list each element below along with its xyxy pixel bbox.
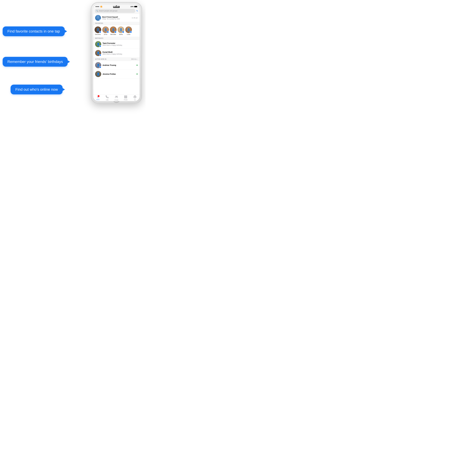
- compose-icon[interactable]: ✎: [136, 10, 138, 12]
- messenger-badge-astha: [122, 31, 124, 33]
- group-info: Best Friend Squad! Shep: So excited for …: [102, 16, 130, 20]
- avatar-zeev: [102, 26, 109, 33]
- fav-name-louis: Louis: [127, 33, 130, 35]
- phone-device: 📶 12:00 PM 100% 🔍 Search people and grou…: [91, 3, 142, 103]
- svg-point-1: [117, 96, 118, 97]
- fav-name-meredith: Meredith: [110, 33, 116, 35]
- groups-tab-label: Groups: [114, 99, 119, 101]
- fav-name-demetric: Demetric: [95, 33, 101, 35]
- active-now-header: ACTIVE NOW (8) SEE ALL ›: [93, 58, 139, 61]
- kunal-name: Kunal Modi: [102, 51, 138, 53]
- scroll-content: Best Friend Squad! Shep: So excited for …: [93, 14, 139, 94]
- tami-name: Tami Forrester: [102, 42, 138, 44]
- people-tab-icon: [124, 96, 127, 99]
- active-row-jessica[interactable]: Jessica Freitas: [93, 70, 139, 79]
- groups-tab-icon: [115, 96, 118, 99]
- group-chat-row[interactable]: Best Friend Squad! Shep: So excited for …: [93, 14, 139, 22]
- search-placeholder: Search people and groups: [99, 10, 118, 12]
- group-time: 11:45 am: [132, 17, 138, 19]
- callout-3-text: Find out who's online now: [15, 87, 58, 92]
- favorites-label: FAVORITES: [95, 23, 103, 24]
- signal-dot-1: [96, 6, 96, 7]
- favorites-header: FAVORITES: [93, 22, 139, 25]
- callout-bubble-1: Find favorite contacts in one tap: [3, 26, 65, 36]
- home-tab-badge-container: ⌂ 1: [97, 96, 99, 99]
- avatar-jessica: [95, 71, 101, 77]
- avatar-astha: [118, 26, 124, 33]
- group-sub: Shep: So excited for this!: [102, 18, 130, 20]
- messenger-badge: [99, 19, 101, 21]
- svg-point-5: [135, 96, 135, 97]
- favorite-item-meredith[interactable]: Meredith: [110, 26, 117, 35]
- camera-dot: [116, 5, 117, 6]
- avatar-louis: [125, 26, 132, 33]
- andrew-name: Andrew Truong: [102, 64, 135, 66]
- tami-sub: Wish them a happy birthday: [102, 44, 138, 46]
- active-now-label: ACTIVE NOW (8): [95, 58, 106, 60]
- avatar-meredith: [110, 26, 117, 33]
- active-row-andrew[interactable]: Andrew Truong: [93, 61, 139, 70]
- tab-people[interactable]: People: [121, 96, 130, 100]
- favorites-row: Demetric Ze'ev Meredith: [93, 25, 139, 37]
- messenger-badge-louis: [130, 31, 132, 33]
- search-icon: 🔍: [96, 10, 98, 12]
- messenger-badge-meredith: [114, 31, 117, 33]
- favorite-item-astha[interactable]: Astha: [118, 26, 124, 35]
- tab-calls[interactable]: Calls: [102, 96, 112, 101]
- jessica-name: Jessica Freitas: [102, 73, 135, 75]
- calls-tab-icon: [106, 96, 109, 99]
- wifi-icon: 📶: [101, 6, 102, 8]
- search-bar-row: 🔍 Search people and groups ✎: [93, 8, 139, 14]
- group-avatar: [95, 15, 101, 21]
- group-name: Best Friend Squad!: [102, 16, 130, 18]
- favorite-item-demetric[interactable]: Demetric: [95, 26, 101, 35]
- me-tab-label: Me: [134, 99, 136, 101]
- online-indicator-jessica: [136, 73, 138, 75]
- home-tab-label: Home: [96, 99, 100, 100]
- battery-bar: [134, 6, 137, 7]
- callout-bubble-3: Find out who's online now: [11, 85, 63, 94]
- svg-point-0: [116, 96, 117, 97]
- callout-2-text: Remember your friends' birthdays: [7, 60, 63, 64]
- battery-area: 100%: [130, 6, 137, 7]
- tami-info: Tami Forrester Wish them a happy birthda…: [102, 42, 138, 46]
- messenger-badge-demetric: [99, 31, 101, 33]
- callout-1-text: Find favorite contacts in one tap: [7, 29, 60, 33]
- search-bar[interactable]: 🔍 Search people and groups: [95, 9, 135, 13]
- battery-fill: [135, 6, 137, 7]
- avatar-tami: [95, 41, 101, 47]
- fav-name-astha: Astha: [119, 33, 123, 35]
- home-badge-num: 1: [98, 95, 100, 97]
- favorite-item-louis[interactable]: Louis: [125, 26, 132, 35]
- messenger-badge-andrew: [99, 66, 101, 68]
- battery-pct: 100%: [130, 6, 134, 7]
- birthdays-header: BIRTHDAYS: [93, 37, 139, 40]
- kunal-sub: Wish them a happy birthday: [102, 53, 138, 55]
- tab-bar: ⌂ 1 Home Calls: [93, 94, 139, 101]
- jessica-info: Jessica Freitas: [102, 73, 135, 75]
- favorite-item-zeev[interactable]: Ze'ev: [102, 26, 109, 35]
- svg-rect-4: [124, 98, 127, 98]
- birthday-row-kunal[interactable]: Kunal Modi Wish them a happy birthday: [93, 49, 139, 58]
- avatar-demetric: [95, 26, 101, 33]
- messenger-badge-tami: [99, 45, 101, 47]
- tab-home[interactable]: ⌂ 1 Home: [93, 96, 102, 100]
- see-all-link[interactable]: SEE ALL ›: [131, 58, 138, 60]
- andrew-info: Andrew Truong: [102, 64, 135, 66]
- birthdays-label: BIRTHDAYS: [95, 37, 103, 39]
- callout-bubble-2: Remember your friends' birthdays: [3, 57, 68, 67]
- signal-area: 📶: [96, 6, 102, 8]
- signal-dot-3: [98, 6, 99, 7]
- signal-dot-2: [97, 6, 98, 7]
- fav-name-zeev: Ze'ev: [104, 33, 107, 35]
- messenger-badge-zeev: [107, 31, 109, 33]
- avatar-kunal: [95, 50, 101, 56]
- me-tab-icon: [134, 96, 136, 99]
- svg-rect-2: [124, 96, 127, 96]
- messenger-badge-kunal: [99, 54, 101, 56]
- birthday-row-tami[interactable]: Tami Forrester Wish them a happy birthda…: [93, 40, 139, 49]
- tab-groups[interactable]: Groups: [112, 96, 121, 101]
- tab-me[interactable]: Me: [130, 96, 139, 101]
- avatar-andrew: [95, 62, 101, 68]
- kunal-info: Kunal Modi Wish them a happy birthday: [102, 51, 138, 55]
